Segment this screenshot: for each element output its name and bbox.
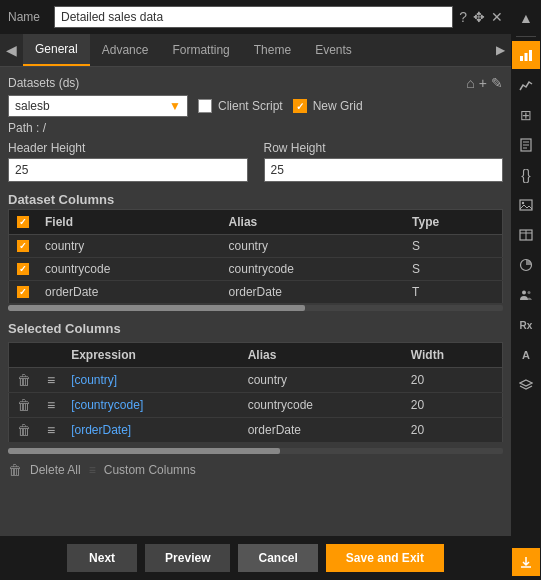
dataset-select[interactable]: salesb ▼ [8,95,188,117]
bar-chart-svg [519,48,533,62]
dataset-columns-section: Dataset Columns ✓ Field Alia [8,188,503,311]
row3-checkbox[interactable]: ✓ [17,286,29,298]
header-height-input[interactable] [8,158,248,182]
svg-rect-1 [525,53,528,61]
sel-row3-del: 🗑 [9,418,40,443]
row1-checkbox-cell: ✓ [9,235,38,258]
sidebar-table-icon[interactable] [512,221,540,249]
row1-alias: country [221,235,405,258]
delete-row3-icon[interactable]: 🗑 [17,422,31,438]
row-height-input[interactable] [264,158,504,182]
client-script-checkbox[interactable] [198,99,212,113]
bottom-actions: 🗑 Delete All ≡ Custom Columns [8,458,503,478]
sel-row1-eq: ≡ [39,368,63,393]
custom-columns-label[interactable]: Custom Columns [104,463,196,477]
delete-row2-icon[interactable]: 🗑 [17,397,31,413]
new-grid-checkbox[interactable]: ✓ [293,99,307,113]
sidebar-letter-icon[interactable]: A [512,341,540,369]
eq-row1-icon: ≡ [47,372,55,388]
save-button[interactable]: Save and Exit [326,544,444,572]
dataset-columns-header: ✓ Field Alias Type [9,210,503,235]
dataset-columns-scroll[interactable]: ✓ Field Alias Type [8,209,503,304]
datasets-row: Datasets (ds) ⌂ + ✎ [8,75,503,91]
sel-row3-width: 20 [403,418,503,443]
cancel-button[interactable]: Cancel [238,544,317,572]
help-icon[interactable]: ? [459,9,467,25]
selected-columns-scroll[interactable]: Expression Alias Width 🗑 [8,342,503,443]
sidebar-download-icon[interactable] [512,548,540,576]
home-icon[interactable]: ⌂ [466,75,474,91]
sidebar-barchart-icon[interactable] [512,41,540,69]
sidebar-code-icon[interactable]: {} [512,161,540,189]
table-svg [519,229,533,241]
table-row: ✓ countrycode countrycode S [9,258,503,281]
delete-all-label[interactable]: Delete All [30,463,81,477]
sel-row3-expr: [orderDate] [63,418,240,443]
sel-expr-header: Expression [63,343,240,368]
dataset-icons: ⌂ + ✎ [466,75,503,91]
sidebar-users-icon[interactable] [512,281,540,309]
preview-button[interactable]: Preview [145,544,230,572]
tab-right-arrow[interactable]: ▶ [490,35,511,65]
sidebar-grid-icon[interactable]: ⊞ [512,101,540,129]
dataset-columns-title: Dataset Columns [8,188,503,209]
header-bar: Name ? ✥ ✕ [0,0,511,34]
select-all-checkbox[interactable]: ✓ [17,216,29,228]
tab-general[interactable]: General [23,34,90,66]
table-row: ✓ orderDate orderDate T [9,281,503,304]
tab-events[interactable]: Events [303,35,364,65]
h-scrollbar[interactable] [8,305,503,311]
row2-alias: countrycode [221,258,405,281]
tab-left-arrow[interactable]: ◀ [0,34,23,66]
sel-row1-del: 🗑 [9,368,40,393]
table-row: ✓ country country S [9,235,503,258]
sel-row2-width: 20 [403,393,503,418]
close-icon[interactable]: ✕ [491,9,503,25]
delete-all-icon[interactable]: 🗑 [8,462,22,478]
edit-dataset-icon[interactable]: ✎ [491,75,503,91]
tab-advance[interactable]: Advance [90,35,161,65]
list-item: 🗑 ≡ [countrycode] countrycode 20 [9,393,503,418]
name-input[interactable] [54,6,453,28]
sel-row1-alias: country [240,368,403,393]
svg-rect-7 [520,200,532,210]
datasets-label: Datasets (ds) [8,76,79,90]
row1-field: country [37,235,221,258]
svg-point-13 [522,291,526,295]
svg-marker-15 [520,380,532,386]
sidebar-image-icon[interactable] [512,191,540,219]
path-label: Path : [8,121,39,135]
add-dataset-icon[interactable]: + [479,75,487,91]
sidebar-doc-icon[interactable] [512,131,540,159]
sidebar-linechart-icon[interactable] [512,71,540,99]
separator: ≡ [89,463,96,477]
right-sidebar: ▲ ⊞ {} [511,0,541,580]
col-check-header: ✓ [9,210,38,235]
next-button[interactable]: Next [67,544,137,572]
sel-h-scrollbar-thumb [8,448,280,454]
panel: Name ? ✥ ✕ ◀ General Advance Formatting … [0,0,511,580]
row1-checkbox[interactable]: ✓ [17,240,29,252]
heights-section: Header Height Row Height [8,141,503,182]
sel-alias-header: Alias [240,343,403,368]
sidebar-rx-icon[interactable]: Rx [512,311,540,339]
sidebar-layers-icon[interactable] [512,371,540,399]
row2-checkbox[interactable]: ✓ [17,263,29,275]
tab-bar: ◀ General Advance Formatting Theme Event… [0,34,511,67]
tab-theme[interactable]: Theme [242,35,303,65]
sidebar-up-icon[interactable]: ▲ [512,4,540,32]
sidebar-chart2-icon[interactable] [512,251,540,279]
row3-checkbox-cell: ✓ [9,281,38,304]
tab-formatting[interactable]: Formatting [160,35,241,65]
move-icon[interactable]: ✥ [473,9,485,25]
delete-row1-icon[interactable]: 🗑 [17,372,31,388]
selected-columns-table: Expression Alias Width 🗑 [8,342,503,443]
row-height-label: Row Height [264,141,504,155]
sel-width-header: Width [403,343,503,368]
image-svg [519,199,533,211]
footer: Next Preview Cancel Save and Exit [0,536,511,580]
new-grid-label: New Grid [313,99,363,113]
header-height-field: Header Height [8,141,248,182]
sel-h-scrollbar[interactable] [8,448,503,454]
sel-del-header [9,343,40,368]
